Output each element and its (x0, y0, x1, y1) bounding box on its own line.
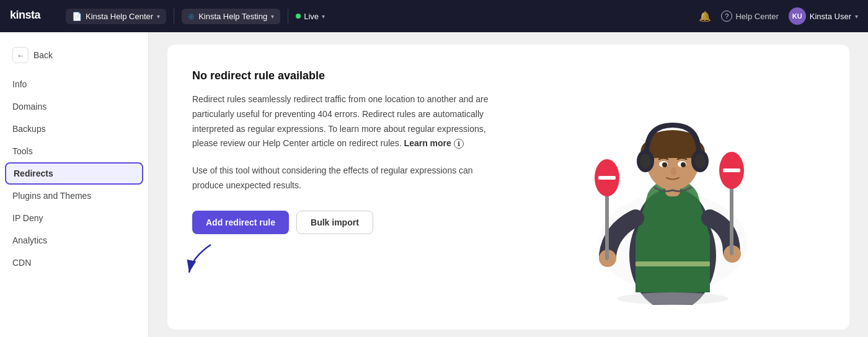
redirect-illustration (574, 69, 772, 305)
sidebar-item-domains[interactable]: Domains (0, 95, 148, 118)
svg-rect-18 (647, 141, 699, 158)
site-selector-wp[interactable]: ⊕ Kinsta Help Testing ▾ (182, 9, 280, 24)
back-button[interactable]: ← Back (0, 42, 148, 73)
content-right (521, 69, 825, 305)
sidebar-item-analytics[interactable]: Analytics (0, 229, 148, 252)
main-layout: ← Back Info Domains Backups Tools Redire… (0, 32, 868, 337)
svg-point-27 (617, 292, 728, 305)
site1-label: Kinsta Help Center (86, 12, 153, 21)
site1-chevron-icon: ▾ (157, 13, 160, 20)
sidebar-item-info[interactable]: Info (0, 73, 148, 95)
svg-rect-7 (605, 193, 609, 260)
wp-icon: ⊕ (188, 12, 195, 21)
action-buttons: Add redirect rule Bulk import (192, 211, 496, 234)
nav-divider-1 (174, 9, 174, 24)
description-paragraph-1: Redirect rules seamlessly redirect traff… (192, 92, 496, 151)
user-chevron-icon: ▾ (855, 13, 858, 20)
content-card: No redirect rule available Redirect rule… (167, 45, 849, 330)
sidebar-navigation: Info Domains Backups Tools Redirects Plu… (0, 73, 148, 274)
svg-rect-12 (723, 168, 740, 172)
svg-rect-4 (636, 261, 710, 266)
user-menu[interactable]: KU Kinsta User ▾ (789, 7, 858, 25)
svg-point-22 (694, 154, 706, 168)
arrow-annotation (186, 245, 236, 282)
live-status[interactable]: Live ▾ (296, 12, 325, 21)
site2-label: Kinsta Help Testing (198, 12, 267, 21)
svg-text:kinsta: kinsta (10, 9, 42, 21)
svg-rect-9 (598, 176, 616, 180)
avatar: KU (789, 7, 806, 25)
kinsta-logo: kinsta (10, 8, 53, 25)
sidebar-item-redirects[interactable]: Redirects (5, 162, 143, 185)
main-content: No redirect rule available Redirect rule… (149, 32, 868, 337)
add-redirect-rule-button[interactable]: Add redirect rule (192, 211, 289, 234)
back-arrow-icon: ← (12, 47, 29, 63)
notification-bell-icon[interactable]: 🔔 (699, 11, 711, 22)
username-label: Kinsta User (810, 12, 851, 21)
live-label: Live (304, 12, 319, 21)
top-navigation: kinsta 📄 Kinsta Help Center ▾ ⊕ Kinsta H… (0, 0, 868, 32)
page-title: No redirect rule available (192, 69, 496, 82)
svg-point-20 (640, 154, 651, 168)
live-chevron-icon: ▾ (322, 13, 325, 20)
svg-point-25 (662, 162, 667, 167)
sidebar-item-backups[interactable]: Backups (0, 118, 148, 140)
topnav-right-section: 🔔 ? Help Center KU Kinsta User ▾ (699, 7, 858, 25)
sidebar: ← Back Info Domains Backups Tools Redire… (0, 32, 149, 337)
sidebar-item-ip-deny[interactable]: IP Deny (0, 207, 148, 229)
content-left: No redirect rule available Redirect rule… (192, 69, 496, 234)
info-circle-icon[interactable]: ℹ (454, 139, 464, 149)
learn-more-link[interactable]: Learn more ℹ (404, 136, 464, 151)
sidebar-item-tools[interactable]: Tools (0, 140, 148, 162)
help-circle-icon: ? (721, 11, 732, 22)
nav-divider-2 (288, 9, 288, 24)
description-paragraph-2: Use of this tool without considering the… (192, 164, 496, 193)
back-label: Back (33, 50, 53, 60)
site-selector-help-center[interactable]: 📄 Kinsta Help Center ▾ (66, 9, 166, 24)
svg-point-26 (681, 162, 686, 167)
site2-chevron-icon: ▾ (271, 13, 274, 20)
help-center-doc-icon: 📄 (72, 12, 82, 21)
sidebar-item-plugins-and-themes[interactable]: Plugins and Themes (0, 185, 148, 207)
sidebar-item-cdn[interactable]: CDN (0, 252, 148, 274)
svg-rect-10 (730, 187, 733, 255)
help-center-button[interactable]: ? Help Center (721, 11, 778, 22)
help-center-label: Help Center (735, 12, 778, 21)
bulk-import-button[interactable]: Bulk import (296, 211, 373, 234)
live-dot-icon (296, 14, 301, 19)
